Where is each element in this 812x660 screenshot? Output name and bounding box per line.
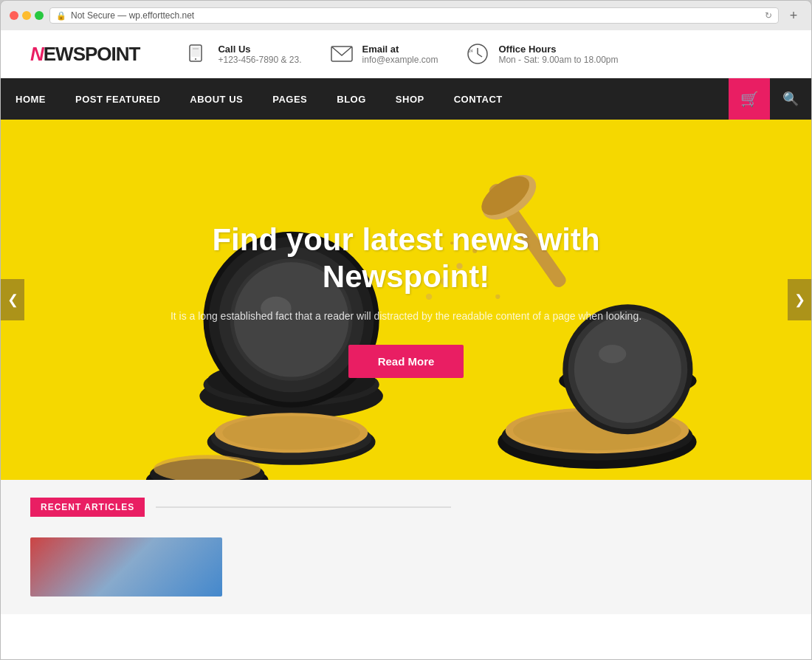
window-controls <box>10 11 44 20</box>
svg-line-7 <box>478 54 482 57</box>
call-us-value: +123-456-7890 & 23. <box>218 55 301 65</box>
svg-point-32 <box>222 416 359 450</box>
email-item: Email at info@example.com <box>328 41 438 67</box>
call-us-item: Call Us +123-456-7890 & 23. <box>184 41 301 67</box>
clock-icon: 24 <box>464 41 491 67</box>
nav-items: HOME POST FEATURED ABOUT US PAGES BLOG S… <box>1 82 729 117</box>
recent-articles-tag: RECENT ARTICLES <box>30 498 145 517</box>
article-thumbnails <box>30 537 782 597</box>
call-us-text: Call Us +123-456-7890 & 23. <box>218 44 301 65</box>
hero-slider: Find your latest news with Newspoint! It… <box>1 120 811 480</box>
phone-icon <box>184 41 210 67</box>
nav-post-featured[interactable]: POST FEATURED <box>61 82 175 117</box>
article-thumbnail-1[interactable] <box>30 537 222 597</box>
office-hours-value: Mon - Sat: 9.00am to 18.00pm <box>498 55 618 65</box>
office-hours-text: Office Hours Mon - Sat: 9.00am to 18.00p… <box>498 44 618 65</box>
nav-home[interactable]: HOME <box>1 82 61 117</box>
address-bar[interactable]: 🔒 Not Secure — wp.efforttech.net ↻ <box>49 7 779 24</box>
nav-bar: HOME POST FEATURED ABOUT US PAGES BLOG S… <box>1 78 811 120</box>
browser-window: 🔒 Not Secure — wp.efforttech.net ↻ + NEW… <box>0 0 812 660</box>
nav-pages[interactable]: PAGES <box>258 82 322 117</box>
slider-prev-button[interactable]: ❮ <box>1 279 24 320</box>
site-wrapper: NEWSPOINT <box>1 30 811 659</box>
new-tab-button[interactable]: + <box>785 7 802 24</box>
slider-next-button[interactable]: ❯ <box>788 279 811 320</box>
email-icon <box>328 41 355 67</box>
nav-about-us[interactable]: ABOUT US <box>175 82 258 117</box>
email-label: Email at <box>362 44 438 55</box>
close-button[interactable] <box>10 11 18 20</box>
call-us-label: Call Us <box>218 44 301 55</box>
office-hours-label: Office Hours <box>498 44 618 55</box>
nav-contact[interactable]: CONTACT <box>439 82 517 117</box>
chevron-left-icon: ❮ <box>7 292 18 308</box>
hero-title: Find your latest news with Newspoint! <box>148 221 664 296</box>
section-divider <box>156 506 451 508</box>
top-info-items: Call Us +123-456-7890 & 23. <box>184 41 618 67</box>
svg-text:24: 24 <box>469 49 473 53</box>
cart-icon: 🛒 <box>740 90 759 108</box>
lock-icon: 🔒 <box>56 11 66 21</box>
logo-rest: EWSPOINT <box>44 43 140 65</box>
office-hours-item: 24 Office Hours Mon - Sat: 9.00am to 18.… <box>464 41 618 67</box>
logo-letter: N <box>30 43 44 65</box>
top-bar: NEWSPOINT <box>1 30 811 78</box>
maximize-button[interactable] <box>35 11 44 20</box>
read-more-button[interactable]: Read More <box>348 345 464 378</box>
email-text: Email at info@example.com <box>362 44 438 65</box>
recent-articles-section: RECENT ARTICLES <box>1 480 811 614</box>
cart-button[interactable]: 🛒 <box>729 78 770 120</box>
hero-content: Find your latest news with Newspoint! It… <box>1 221 811 378</box>
site-logo[interactable]: NEWSPOINT <box>30 43 140 66</box>
recent-articles-header: RECENT ARTICLES <box>30 498 782 529</box>
nav-shop[interactable]: SHOP <box>381 82 439 117</box>
hero-subtitle: It is a long established fact that a rea… <box>148 308 664 324</box>
search-button[interactable]: 🔍 <box>770 78 811 120</box>
chevron-right-icon: ❯ <box>794 292 805 308</box>
browser-content: NEWSPOINT <box>1 30 811 659</box>
nav-blog[interactable]: BLOG <box>322 82 381 117</box>
svg-point-2 <box>195 58 196 60</box>
email-value: info@example.com <box>362 55 438 65</box>
search-icon: 🔍 <box>782 91 799 107</box>
reload-icon[interactable]: ↻ <box>765 10 772 21</box>
url-text: Not Secure — wp.efforttech.net <box>71 10 194 21</box>
svg-rect-1 <box>191 47 200 57</box>
browser-titlebar: 🔒 Not Secure — wp.efforttech.net ↻ + <box>1 7 811 30</box>
minimize-button[interactable] <box>22 11 31 20</box>
